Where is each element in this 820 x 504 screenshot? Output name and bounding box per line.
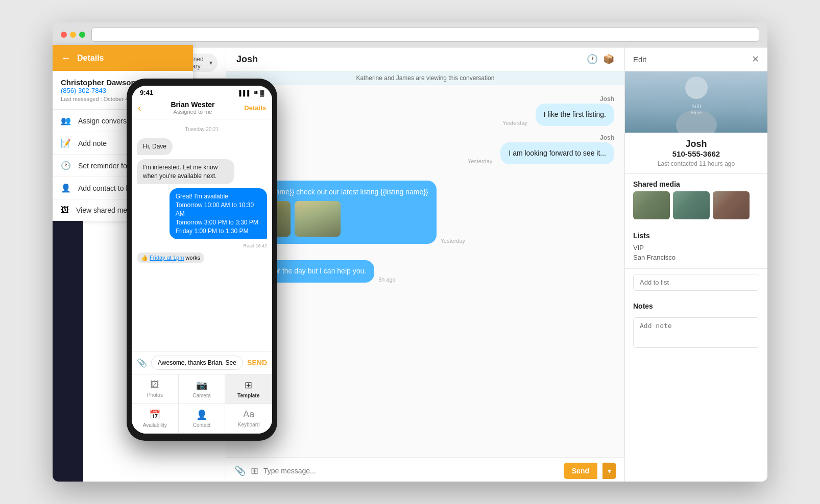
send-button[interactable]: Send [564,463,597,479]
contact-photo: Still Here [625,71,767,133]
phone-tray: 🖼 Photos 📷 Camera ⊞ Template 📅 Availabil… [132,374,272,434]
close-dot[interactable] [61,32,67,38]
phone-input-area: 📎 SEND [132,351,272,374]
availability-icon: 📅 [149,409,160,420]
minimize-dot[interactable] [70,32,76,38]
chat-messages: Josh Yesterday I like the first listing.… [226,85,624,457]
phone-contact-info: Brian Wester Assigned to me [171,100,214,115]
signal-icon: ▌▌▌ [239,90,251,96]
viewing-notice: Katherine and James are viewing this con… [226,71,624,85]
tray-label: Availability [143,422,167,428]
phone-send-button[interactable]: SEND [247,359,267,367]
note-icon: 📝 [61,138,71,148]
tray-keyboard[interactable]: Aa Keyboard [225,404,272,434]
tray-label: Contact [193,422,210,428]
chat-input-area: 📎 ⊞ Send ▾ [226,457,624,482]
msg-bubble: I am looking forward to see it... [500,142,614,165]
lists-title: Lists [625,225,767,243]
list-item: San Francisco [633,253,759,262]
contact-name: Josh [633,139,759,149]
media-thumb-3[interactable] [713,191,750,219]
lists-section: VIP San Francisco [625,243,767,269]
phone-bubble: I'm interested. Let me know when you're … [137,159,234,185]
right-panel-header: Edit ✕ [625,47,767,71]
msg-sender: Josh [600,95,614,103]
phone-screen: 9:41 ▌▌▌ ≋ ▓ ‹ Brian Wester Assigned to … [132,86,272,434]
back-arrow-icon[interactable]: ← [61,52,71,64]
url-bar[interactable] [91,28,759,42]
contact-phone: 510-555-3662 [633,149,759,158]
attach-icon[interactable]: 📎 [234,465,246,476]
phone-message-input[interactable] [151,356,243,370]
phone-contact-name: Brian Wester [171,100,214,109]
tray-template[interactable]: ⊞ Template [225,374,272,404]
phone-messages: Tuesday 20:21 Hi, Dave I'm interested. L… [132,119,272,351]
add-note-input[interactable] [633,317,759,348]
close-icon[interactable]: ✕ [752,54,759,65]
send-options-button[interactable]: ▾ [602,463,616,479]
msg-time: Yesterday [502,120,527,126]
clock-icon[interactable]: 🕐 [587,54,598,65]
msg-group: Katherine Alex left for the day but I ca… [236,252,614,283]
media-thumb-1[interactable] [633,191,670,219]
add-contact-label: Add contact to list [78,184,135,192]
msg-sender: Josh [600,134,614,141]
phone-overlay: 9:41 ▌▌▌ ≋ ▓ ‹ Brian Wester Assigned to … [127,79,277,441]
chat-header: Josh 🕐 📦 [226,47,624,71]
list-item: VIP [633,243,759,253]
right-panel: Edit ✕ Still Here Josh 510-555-3662 Last… [624,47,767,482]
tray-label: Camera [192,393,211,398]
chat-title: Josh [236,54,258,65]
tray-contact[interactable]: 👤 Contact [179,404,226,434]
contact-info: Josh 510-555-3662 Last contacted 11 hour… [625,133,767,174]
browser-chrome [53,22,767,47]
tray-photos[interactable]: 🖼 Photos [132,374,179,404]
friday-link[interactable]: Friday at 1pm [150,255,184,261]
svg-point-0 [685,77,708,99]
chat-header-icons: 🕐 📦 [587,54,614,65]
person-silhouette: Still Here [671,71,722,133]
details-title: Details [77,54,104,63]
archive-icon[interactable]: 📦 [603,54,614,65]
browser-dots [61,32,85,38]
media-thumb-2[interactable] [673,191,710,219]
camera-icon: 📷 [196,380,207,391]
attach-icon[interactable]: 📎 [137,358,147,368]
template-icon: ⊞ [245,380,252,391]
date-divider: Tuesday 20:21 [137,127,267,132]
tray-label: Keyboard [238,422,260,427]
back-icon[interactable]: ‹ [138,102,141,114]
contact-last-contacted: Last contacted 11 hours ago [633,160,759,167]
maximize-dot[interactable] [79,32,85,38]
notes-title: Notes [625,296,767,313]
shared-media-title: Shared media [625,174,767,191]
keyboard-icon: Aa [243,409,254,420]
add-contact-icon: 👤 [61,183,71,193]
tray-availability[interactable]: 📅 Availability [132,404,179,434]
tray-label: Template [237,393,259,398]
media-icon: 🖼 [61,206,69,215]
shared-media-row [625,191,767,225]
phone-bubble: Hi, Dave [137,138,173,155]
msg-group: Josh Yesterday I like the first listing. [236,95,614,126]
grid-icon[interactable]: ⊞ [251,465,258,476]
phone-status-bar: 9:41 ▌▌▌ ≋ ▓ [132,86,272,98]
svg-text:Here: Here [691,109,702,115]
msg-time: Yesterday [441,238,466,244]
msg-time: 8h ago [378,276,396,283]
details-button[interactable]: Details [244,104,266,112]
add-to-list-input[interactable] [633,274,759,291]
chat-input[interactable] [263,467,559,475]
phone-contact-sub: Assigned to me [171,109,214,115]
tray-camera[interactable]: 📷 Camera [179,374,226,404]
msg-group: James Hi {{first name}} check out our la… [236,172,614,244]
battery-icon: ▓ [260,90,264,96]
svg-text:Still: Still [691,103,701,109]
phone-status-icons: ▌▌▌ ≋ ▓ [239,89,264,96]
read-receipt: Read 16:42 [137,243,267,248]
contact-icon: 👤 [196,409,207,420]
photos-icon: 🖼 [150,380,159,390]
phone-nav: ‹ Brian Wester Assigned to me Details [132,98,272,119]
note-label: Add note [78,139,107,147]
edit-label[interactable]: Edit [633,55,646,64]
